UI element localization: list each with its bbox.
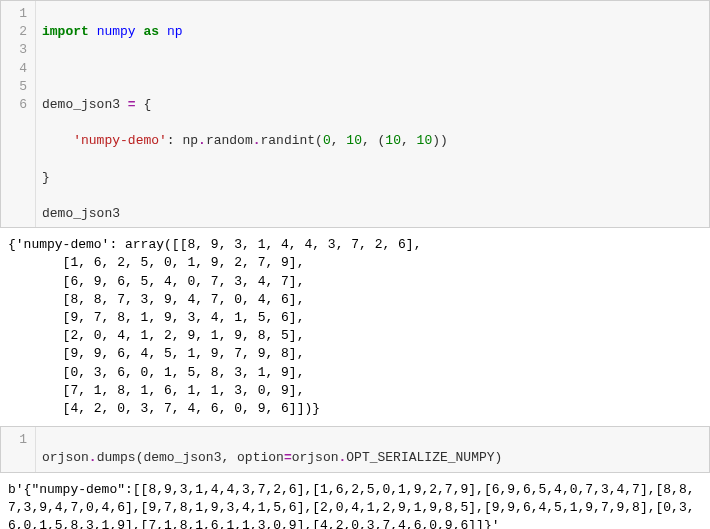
line-number: 1 — [1, 431, 35, 449]
var-demo-json3: demo_json3 — [42, 97, 128, 112]
op-dot: . — [198, 133, 206, 148]
gutter: 1 2 3 4 5 6 — [1, 1, 36, 227]
line-number: 4 — [1, 60, 35, 78]
output-cell-2: b'{"numpy-demo":[[8,9,3,1,4,4,3,7,2,6],[… — [0, 473, 710, 530]
brace-open: { — [136, 97, 152, 112]
func-dumps: dumps — [97, 450, 136, 465]
paren-close: ) — [495, 450, 503, 465]
module-numpy: numpy — [97, 24, 136, 39]
args-open: (demo_json3, option — [136, 450, 284, 465]
var-demo-json3: demo_json3 — [42, 206, 120, 221]
code-cell-2[interactable]: 1 orjson.dumps(demo_json3, option=orjson… — [0, 426, 710, 472]
line-number: 2 — [1, 23, 35, 41]
module-orjson: orjson — [292, 450, 339, 465]
paren-open: ( — [315, 133, 323, 148]
op-dot: . — [89, 450, 97, 465]
line-number: 5 — [1, 78, 35, 96]
keyword-as: as — [143, 24, 159, 39]
arg-0: 0 — [323, 133, 331, 148]
arg-10: 10 — [385, 133, 401, 148]
output-cell-1: {'numpy-demo': array([[8, 9, 3, 1, 4, 4,… — [0, 228, 710, 426]
paren-close: )) — [432, 133, 448, 148]
comma-paren: , ( — [362, 133, 385, 148]
const-opt-serialize-numpy: OPT_SERIALIZE_NUMPY — [346, 450, 494, 465]
code-area[interactable]: import numpy as np demo_json3 = { 'numpy… — [36, 1, 709, 227]
line-number: 1 — [1, 5, 35, 23]
attr-random: random — [206, 133, 253, 148]
dict-key: 'numpy-demo' — [73, 133, 167, 148]
keyword-import: import — [42, 24, 89, 39]
arg-10: 10 — [417, 133, 433, 148]
op-equals: = — [128, 97, 136, 112]
alias-np: np — [167, 24, 183, 39]
func-randint: randint — [261, 133, 316, 148]
indent — [42, 133, 73, 148]
comma: , — [401, 133, 417, 148]
arg-10: 10 — [346, 133, 362, 148]
line-number: 6 — [1, 96, 35, 114]
brace-close: } — [42, 170, 50, 185]
module-orjson: orjson — [42, 450, 89, 465]
comma: , — [331, 133, 347, 148]
code-cell-1[interactable]: 1 2 3 4 5 6 import numpy as np demo_json… — [0, 0, 710, 228]
op-equals: = — [284, 450, 292, 465]
colon-np: : np — [167, 133, 198, 148]
line-number: 3 — [1, 41, 35, 59]
gutter: 1 — [1, 427, 36, 471]
op-dot: . — [253, 133, 261, 148]
code-area[interactable]: orjson.dumps(demo_json3, option=orjson.O… — [36, 427, 709, 471]
